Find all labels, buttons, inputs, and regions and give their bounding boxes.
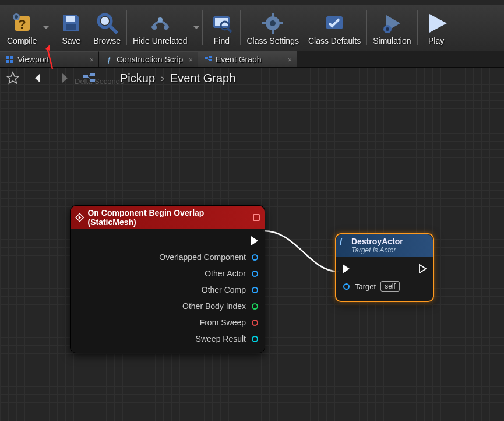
svg-marker-48: [420, 265, 426, 273]
compile-icon: ?: [9, 10, 35, 36]
tab-close-icon[interactable]: ×: [188, 55, 193, 64]
browse-icon: [94, 10, 120, 36]
toolbar-separator: [366, 10, 367, 45]
svg-rect-41: [83, 75, 88, 78]
svg-rect-43: [90, 79, 95, 82]
function-tab-icon: f: [105, 55, 113, 64]
class-settings-button[interactable]: Class Settings: [242, 5, 303, 51]
graph-toolbar: Pickup › Event Graph: [0, 68, 504, 89]
main-toolbar: ? Compile Save Browse: [0, 5, 504, 51]
node-header[interactable]: On Component Begin Overlap (StaticMesh): [71, 206, 265, 229]
save-icon: [58, 10, 84, 36]
toolbar-separator: [417, 10, 418, 45]
node-delegate-icon: [253, 214, 260, 221]
node-title: DestroyActor: [351, 237, 403, 246]
svg-text:?: ?: [18, 17, 26, 31]
node-destroy-actor[interactable]: f DestroyActor Target is Actor Target se…: [335, 233, 434, 302]
svg-rect-30: [10, 60, 13, 63]
svg-rect-32: [209, 56, 212, 58]
svg-line-44: [88, 75, 90, 76]
tab-viewport[interactable]: Viewport ×: [0, 51, 99, 67]
pin-from-sweep[interactable]: From Sweep: [76, 314, 259, 331]
svg-point-11: [158, 17, 163, 22]
tab-close-icon[interactable]: ×: [89, 55, 94, 64]
breadcrumb-root[interactable]: Pickup: [120, 72, 155, 85]
tab-construction-script[interactable]: f Construction Scrip ×: [99, 51, 198, 67]
svg-marker-47: [79, 216, 82, 219]
svg-line-45: [88, 77, 90, 80]
toolbar-separator: [126, 10, 127, 45]
save-button[interactable]: Save: [54, 5, 89, 51]
node-header[interactable]: f DestroyActor Target is Actor: [336, 234, 433, 257]
svg-line-15: [228, 29, 231, 32]
svg-rect-4: [66, 16, 75, 22]
graph-overview-icon[interactable]: [80, 69, 99, 87]
find-button[interactable]: Find: [204, 5, 239, 51]
favorite-star-icon[interactable]: [3, 69, 22, 87]
pin-overlapped-component[interactable]: Overlapped Component: [76, 249, 259, 265]
pin-other-body-index[interactable]: Other Body Index: [76, 298, 259, 314]
simulation-icon: [379, 10, 405, 36]
svg-line-7: [110, 26, 116, 32]
editor-tabs: Viewport × f Construction Scrip × Event …: [0, 51, 504, 68]
hide-unrelated-button[interactable]: Hide Unrelated: [128, 5, 192, 51]
graph-tab-icon: [204, 55, 212, 64]
svg-rect-42: [90, 73, 95, 76]
svg-rect-33: [209, 59, 212, 61]
tab-event-graph-label: Event Graph: [216, 55, 262, 64]
svg-rect-5: [66, 24, 76, 30]
svg-rect-21: [279, 22, 283, 24]
svg-point-8: [101, 17, 109, 25]
tab-construction-label: Construction Scrip: [117, 55, 183, 64]
toolbar-separator: [240, 10, 241, 45]
breadcrumb-leaf[interactable]: Event Graph: [170, 72, 235, 85]
node-on-component-begin-overlap[interactable]: On Component Begin Overlap (StaticMesh) …: [70, 205, 265, 353]
svg-marker-38: [7, 72, 19, 83]
svg-point-17: [270, 20, 276, 26]
class-defaults-button[interactable]: Class Defaults: [304, 5, 365, 51]
svg-rect-29: [6, 60, 9, 63]
find-icon: [209, 10, 234, 36]
node-title: On Component Begin Overlap (StaticMesh): [87, 208, 249, 227]
svg-rect-27: [6, 56, 9, 59]
chevron-down-icon: [43, 26, 49, 29]
hide-unrelated-icon: [147, 10, 173, 36]
event-node-icon: [75, 213, 84, 222]
breadcrumb-separator-icon: ›: [161, 72, 164, 85]
gear-icon: [260, 10, 286, 36]
simulation-button[interactable]: Simulation: [368, 5, 415, 51]
function-node-icon: f: [340, 236, 343, 246]
pin-sweep-result[interactable]: Sweep Result: [76, 331, 259, 347]
nav-forward-icon[interactable]: [55, 69, 73, 87]
svg-rect-19: [272, 29, 274, 34]
play-icon: [424, 10, 449, 36]
svg-rect-18: [272, 13, 274, 17]
graph-canvas[interactable]: Delta Seconds Pickup › Event Graph: [0, 68, 504, 421]
compile-button[interactable]: ? Compile: [2, 5, 41, 51]
pin-other-comp[interactable]: Other Comp: [76, 282, 259, 298]
compile-dropdown[interactable]: [41, 5, 51, 51]
play-button[interactable]: Play: [419, 5, 454, 51]
svg-point-25: [386, 27, 389, 31]
pin-other-actor[interactable]: Other Actor: [76, 265, 259, 282]
tab-close-icon[interactable]: ×: [287, 55, 292, 64]
browse-button[interactable]: Browse: [89, 5, 125, 51]
target-self-value: self: [380, 281, 400, 292]
svg-line-35: [207, 58, 209, 60]
svg-line-34: [207, 57, 209, 58]
exec-output-pin[interactable]: [419, 265, 427, 273]
hide-unrelated-dropdown[interactable]: [192, 5, 201, 51]
nav-back-icon[interactable]: [29, 69, 48, 87]
toolbar-separator: [52, 10, 52, 45]
class-defaults-icon: [322, 10, 347, 36]
tab-viewport-label: Viewport: [17, 55, 49, 64]
svg-marker-26: [429, 14, 447, 33]
svg-point-10: [164, 25, 168, 30]
toolbar-separator: [202, 10, 203, 45]
svg-rect-20: [262, 22, 267, 24]
pin-target[interactable]: Target self: [342, 278, 427, 295]
exec-input-pin[interactable]: [342, 265, 350, 273]
svg-point-9: [152, 25, 157, 30]
tab-event-graph[interactable]: Event Graph ×: [198, 51, 297, 67]
exec-output-pin[interactable]: [76, 233, 259, 249]
